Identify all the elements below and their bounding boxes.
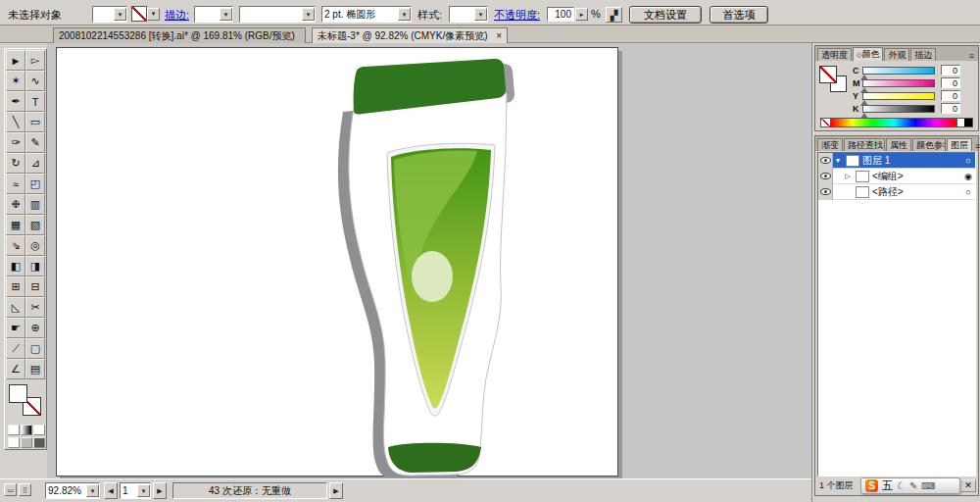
expand-icon[interactable]: ▼ [833, 157, 843, 164]
fill-color-control[interactable]: ▾ [131, 6, 160, 22]
lasso-tool[interactable]: ∿ [25, 71, 45, 91]
crop-area-tool[interactable]: ⊞ [6, 276, 25, 297]
rotate-tool[interactable]: ↻ [6, 153, 25, 174]
channel-value[interactable]: 0 [941, 65, 960, 75]
blend-tool[interactable]: ◎ [25, 235, 45, 256]
dropdown-icon[interactable]: ▾ [147, 8, 160, 21]
tab-attributes[interactable]: 属性 [886, 138, 911, 151]
line-segment-tool[interactable]: ╲ [6, 112, 25, 132]
stroke-weight-select[interactable]: ▾ [239, 6, 316, 23]
opacity-input[interactable]: 100 [547, 7, 574, 22]
moon-icon[interactable]: ☾ [897, 480, 906, 491]
tab-appearance[interactable]: 外观 [884, 48, 909, 61]
tab-color[interactable]: ◇颜色 [853, 47, 883, 61]
spectrum-ramp[interactable] [831, 119, 956, 126]
knife-tool[interactable]: ⟋ [6, 338, 25, 359]
opacity-spinner-icon[interactable]: ▸ [575, 8, 588, 21]
eraser-tool[interactable]: ◺ [6, 297, 25, 318]
direct-selection-tool[interactable]: ▻ [25, 50, 45, 71]
ime-logo[interactable]: S [865, 479, 878, 492]
free-transform-tool[interactable]: ◰ [25, 174, 45, 194]
artboard[interactable] [56, 47, 618, 477]
normal-screen-mode-button[interactable] [8, 437, 20, 448]
layer-name[interactable]: 图层 1 [862, 154, 961, 168]
ime-toolbar[interactable]: S 五 ☾ ✎ ⌨ [860, 477, 960, 494]
layer-row-layer1[interactable]: ▼ 图层 1 ○ [818, 153, 975, 169]
visibility-toggle[interactable] [818, 169, 833, 184]
stroke-color-select[interactable]: ▾ [194, 6, 233, 23]
symbol-sprayer-tool[interactable]: ❉ [6, 194, 25, 215]
dropdown-icon[interactable]: ▾ [398, 8, 411, 21]
warp-tool[interactable]: ≈ [6, 174, 25, 194]
dropdown-icon[interactable]: ▾ [474, 8, 487, 21]
layer-name[interactable]: <编组> [872, 170, 961, 183]
type-tool[interactable]: T [25, 91, 45, 112]
dropdown-icon[interactable]: ▾ [86, 484, 99, 497]
tab-pathfinder[interactable]: 路径查找器 [844, 138, 885, 151]
cyan-slider[interactable] [862, 67, 935, 75]
target-icon[interactable]: ◉ [961, 172, 975, 181]
status-corner-icon-1[interactable]: ▭ [4, 483, 17, 496]
channel-value[interactable]: 0 [941, 90, 960, 101]
color-spectrum-bar[interactable] [820, 118, 973, 127]
previous-artboard-icon[interactable]: ◀ [104, 482, 118, 499]
document-tab-1[interactable]: 2008102214553286 [转换].ai* @ 169.81% (RGB… [53, 27, 306, 43]
channel-value[interactable]: 0 [941, 103, 960, 114]
black-swatch[interactable] [964, 119, 972, 126]
graph-tool[interactable]: ▥ [25, 194, 45, 215]
opacity-link[interactable]: 不透明度: [494, 8, 540, 23]
stroke-link[interactable]: 描边: [165, 8, 189, 23]
magenta-slider[interactable] [862, 79, 935, 87]
document-setup-button[interactable]: 文档设置 [629, 6, 702, 24]
preferences-button[interactable]: 首选项 [710, 6, 768, 24]
graphic-style-select[interactable]: ▾ [449, 6, 488, 23]
dropdown-icon[interactable]: ▾ [220, 8, 232, 21]
measure-tool[interactable]: ∠ [6, 359, 25, 379]
graph-style-icon[interactable]: ▞ [606, 7, 622, 23]
fill-none-swatch[interactable] [131, 6, 147, 22]
selection-tool[interactable]: ► [6, 50, 25, 71]
layer-row-path[interactable]: <路径> ○ [818, 184, 975, 200]
status-corner-icon-2[interactable]: ▯ [19, 483, 31, 496]
next-artboard-icon[interactable]: ▶ [153, 482, 167, 499]
visibility-toggle[interactable] [818, 153, 833, 169]
artboard-tool[interactable]: ▢ [25, 338, 45, 359]
pen-tool[interactable]: ✒ [6, 91, 25, 112]
delete-layer-icon[interactable]: ✕ [960, 479, 976, 492]
fill-swatch[interactable] [819, 66, 837, 83]
paintbrush-tool[interactable]: ✑ [6, 132, 25, 153]
status-play-icon[interactable]: ▶ [329, 482, 343, 499]
canvas-area[interactable] [47, 43, 811, 478]
magic-wand-tool[interactable]: ✶ [6, 71, 25, 91]
artboard-number-select[interactable]: 1 ▾ [120, 482, 151, 499]
black-slider[interactable] [862, 105, 935, 113]
fill-style-select[interactable]: ▾ [92, 6, 127, 23]
tab-gradient[interactable]: 渐变 [817, 138, 843, 151]
expand-icon[interactable]: ▷ [843, 173, 853, 180]
tab-color-guide[interactable]: 颜色参考 [912, 138, 946, 151]
dropdown-icon[interactable]: ▾ [137, 484, 150, 497]
dropdown-icon[interactable]: ▾ [302, 8, 315, 21]
white-swatch[interactable] [956, 119, 964, 126]
yellow-slider[interactable] [862, 92, 935, 100]
page-tool[interactable]: ▤ [25, 359, 45, 379]
target-icon[interactable]: ○ [961, 156, 975, 166]
target-icon[interactable]: ○ [961, 187, 975, 197]
full-screen-mode-button[interactable] [33, 437, 45, 448]
panel-menu-icon[interactable]: ≡ [973, 141, 980, 151]
tab-transparency[interactable]: 透明度 [817, 48, 852, 61]
full-screen-menu-mode-button[interactable] [21, 437, 32, 448]
status-info-box[interactable]: 43 次还原：无重做 [172, 482, 327, 499]
scissors-tool[interactable]: ✂ [25, 297, 45, 318]
live-paint-selection-tool[interactable]: ◨ [25, 256, 45, 276]
keyboard-icon[interactable]: ⌨ [921, 480, 935, 491]
pen-icon[interactable]: ✎ [909, 480, 917, 491]
dropdown-icon[interactable]: ▾ [114, 8, 126, 21]
rectangle-tool[interactable]: ▭ [25, 112, 45, 132]
shaver-illustration[interactable] [57, 48, 619, 477]
gradient-tool[interactable]: ▧ [25, 215, 45, 235]
zoom-select[interactable]: 92.82% ▾ [45, 482, 100, 499]
eyedropper-tool[interactable]: ⇘ [6, 235, 25, 256]
pencil-tool[interactable]: ✎ [25, 132, 45, 153]
hand-tool[interactable]: ☛ [6, 318, 25, 338]
